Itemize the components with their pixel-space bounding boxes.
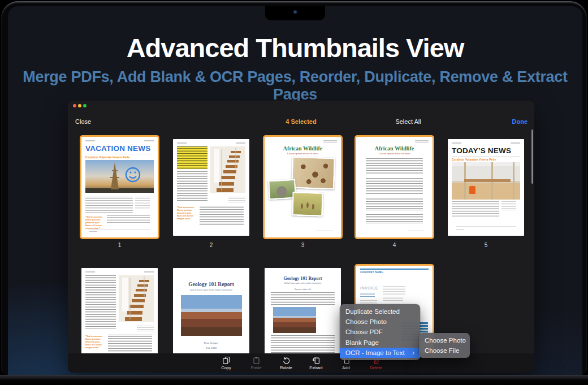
company-name: COMPANY NAME [360, 271, 429, 274]
header-line [323, 142, 337, 144]
selected-count-label: 4 Selected [68, 118, 534, 125]
select-all-button[interactable]: Select All [384, 118, 432, 125]
laptop-lid: Advanced Thumbnails View Merge PDFs, Add… [1, 1, 587, 375]
thumbnail-page-1[interactable]: VACATION NEWS Curabitur Vulputate Viverr… [80, 135, 159, 239]
thumbnail-cell-7: Geology 101 Report Sed et lacus quis eni… [171, 264, 251, 368]
menu-item-duplicate-selected[interactable]: Duplicate Selected [340, 306, 420, 317]
page-number: 3 [263, 242, 343, 248]
staircase-photo [210, 146, 245, 193]
page-title: Advanced Thumbnails View [8, 32, 582, 63]
submenu-arrow-icon: › [412, 348, 414, 358]
body-text [452, 201, 520, 217]
caption-text [137, 326, 154, 332]
highlighted-paragraph [177, 146, 207, 169]
footer-line [456, 229, 464, 230]
paste-icon [252, 356, 261, 365]
paragraph [366, 214, 423, 224]
invoice-label: INVOICE [360, 286, 379, 290]
rotate-button[interactable]: Rotate [275, 356, 297, 370]
thumbnail-page-8[interactable]: Geology 101 Report Sed et lacus quis eni… [265, 268, 341, 365]
page-number: 4 [354, 242, 434, 248]
canyon-photo [181, 295, 242, 336]
giraffe-photo [291, 157, 335, 190]
extract-icon [312, 356, 321, 365]
thumb-subhead: Curabitur Vulputate Viverra Pede [452, 158, 520, 161]
thumbnail-cell-8: Geology 101 Report Sed et lacus quis eni… [263, 264, 343, 368]
context-submenu: Choose Photo Choose File [419, 333, 470, 358]
submenu-item-choose-photo[interactable]: Choose Photo [419, 335, 470, 345]
thumbnail-page-2[interactable]: "Sed accumsan libero pretium pharetra qu… [173, 139, 249, 236]
thumbnails-window: Close 4 Selected Select All Done VACATIO… [68, 101, 534, 373]
screen: Advanced Thumbnails View Merge PDFs, Add… [8, 6, 582, 376]
header-line [415, 142, 429, 144]
done-button[interactable]: Done [512, 118, 528, 125]
header-line [323, 140, 337, 141]
zoom-window-button[interactable] [83, 104, 87, 107]
window-toolbar: Close 4 Selected Select All Done [68, 116, 534, 128]
menu-item-choose-pdf[interactable]: Choose PDF [340, 327, 420, 337]
thumbnail-page-3[interactable]: African Wildlife Lorem ipsum dolor sit a… [263, 135, 343, 239]
paragraph [366, 198, 423, 211]
page-number: 5 [446, 242, 526, 248]
thumb-subtitle: Lorem ipsum dolor sit amet [269, 152, 337, 155]
thumbnail-page-6[interactable]: "Sed accumsan libero pretium pharetra qu… [81, 268, 158, 365]
copy-icon [222, 356, 231, 365]
thumb-title: African Wildlife [269, 145, 337, 152]
canyon-photo [273, 307, 316, 333]
thumbnail-page-5[interactable]: TODAY’S NEWS Curabitur Vulputate Viverra… [448, 139, 524, 236]
laptop-base [0, 375, 588, 385]
camera-notch [265, 6, 325, 20]
menu-item-choose-photo[interactable]: Choose Photo [340, 317, 420, 327]
menu-item-ocr-image-to-text[interactable]: OCR - Image to Text › [340, 348, 420, 358]
minimize-window-button[interactable] [78, 104, 81, 107]
masthead-lines [452, 142, 520, 144]
eiffel-tower-photo [85, 160, 154, 193]
body-text [200, 206, 244, 225]
thumb-title: TODAY’S NEWS [452, 146, 520, 157]
menu-item-blank-page[interactable]: Blank Page [340, 338, 420, 348]
billto-lines [383, 286, 405, 295]
thumbnail-cell-2: "Sed accumsan libero pretium pharetra qu… [171, 135, 251, 239]
column-text [85, 275, 116, 328]
kitchen-photo [452, 162, 520, 200]
thumb-title: Geology 101 Report [271, 276, 335, 281]
footer-rule [89, 229, 150, 230]
masthead-lines [177, 142, 245, 144]
thumbnail-page-7[interactable]: Geology 101 Report Sed et lacus quis eni… [173, 268, 249, 365]
masthead-lines [85, 271, 154, 272]
close-window-button[interactable] [73, 104, 76, 107]
thumb-subhead: Curabitur Vulputate Viverra Pede [85, 156, 154, 159]
author: Ursa Semper [177, 341, 245, 344]
section-heading: Lorem vitae elit [271, 288, 335, 291]
scrollbar[interactable] [531, 129, 533, 184]
page-subtitle: Merge PDFs, Add Blank & OCR Pages, Reord… [8, 68, 582, 103]
header-line [415, 140, 429, 141]
thumb-title: African Wildlife [360, 145, 429, 152]
thumb-subtitle: Sed et lacus quis enim mattis nonummy [271, 282, 335, 284]
thumbnail-cell-6: "Sed accumsan libero pretium pharetra qu… [80, 264, 159, 368]
submenu-item-choose-file[interactable]: Choose File [419, 345, 470, 356]
contact-lines [360, 293, 375, 297]
macbook-mockup: Advanced Thumbnails View Merge PDFs, Add… [0, 0, 588, 385]
thumbnail-cell-5: TODAY’S NEWS Curabitur Vulputate Viverra… [446, 135, 526, 239]
camera-dot [293, 10, 297, 14]
copy-button[interactable]: Copy [215, 356, 237, 370]
extract-button[interactable]: Extract [305, 356, 327, 370]
thumbnail-page-4[interactable]: African Wildlife Lorem ipsum dolor sit a… [354, 135, 434, 239]
body-text [107, 215, 150, 223]
thumb-title: VACATION NEWS [85, 144, 154, 154]
footer-line [408, 231, 425, 232]
footer-line [89, 231, 97, 232]
page-number: 1 [80, 242, 159, 248]
thumbnail-cell-4: African Wildlife Lorem ipsum dolor sit a… [354, 135, 434, 239]
paragraph [366, 178, 423, 195]
context-menu: Duplicate Selected Choose Photo Choose P… [340, 304, 420, 360]
masthead-lines [85, 140, 154, 141]
rotate-icon [282, 356, 291, 365]
meerkats-photo [292, 192, 323, 216]
thumbnail-cell-1: VACATION NEWS Curabitur Vulputate Viverr… [80, 135, 159, 239]
pull-quote: "Sed accumsan libero pretium pharetra qu… [177, 206, 197, 225]
footer-line [316, 231, 333, 232]
billto-lines [383, 297, 403, 301]
paste-button: Paste [245, 356, 267, 370]
